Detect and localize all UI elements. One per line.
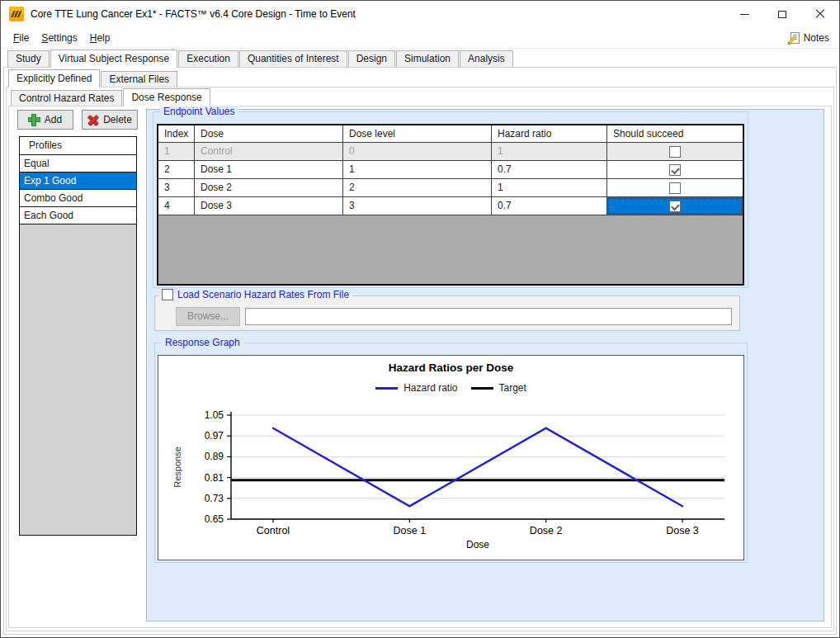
table-row: 2 Dose 1 1 0.7 [158, 161, 743, 179]
cell-should-succeed[interactable] [607, 179, 743, 196]
menu-file[interactable]: File [7, 29, 35, 47]
should-succeed-checkbox[interactable] [669, 201, 681, 212]
response-graph-group: Response Graph Hazard Ratios per Dose Ha… [154, 343, 748, 563]
title-bar[interactable]: Core TTE Lung Cancer Ex1* - FACTS™ v6.4 … [1, 1, 839, 27]
cell-index[interactable]: 4 [158, 197, 195, 215]
column-header-dose-level: Dose level [343, 125, 492, 142]
cell-index[interactable]: 2 [158, 161, 195, 178]
tab-control-hazard-rates[interactable]: Control Hazard Rates [11, 90, 122, 106]
response-chart: Hazard Ratios per Dose Hazard ratio Targ… [158, 355, 744, 560]
endpoint-values-table: Index Dose Dose level Hazard ratio Shoul… [157, 124, 744, 286]
main-tabstrip: Study Virtual Subject Response Execution… [7, 49, 514, 67]
dose-response-page: Add Delete Profiles Equal Exp 1 Good Com… [8, 106, 832, 628]
cell-dose-level[interactable]: 2 [343, 179, 492, 196]
maximize-button[interactable] [763, 1, 801, 27]
tab-virtual-subject-response[interactable]: Virtual Subject Response [50, 50, 178, 68]
tab-study[interactable]: Study [7, 50, 50, 67]
app-logo-icon [9, 7, 24, 21]
table-header-row: Index Dose Dose level Hazard ratio Shoul… [158, 125, 743, 143]
cell-index: 1 [158, 143, 195, 160]
delete-button-label: Delete [103, 114, 132, 125]
profile-item-each-good[interactable]: Each Good [20, 207, 136, 224]
browse-button: Browse... [176, 307, 240, 326]
profile-item-exp-1-good[interactable]: Exp 1 Good [20, 172, 136, 190]
response-tabstrip: Explicitly Defined External Files [8, 69, 178, 87]
profile-item-combo-good[interactable]: Combo Good [20, 190, 136, 207]
dose-response-panel: Endpoint Values Index Dose Dose level Ha… [146, 109, 824, 621]
app-window: Core TTE Lung Cancer Ex1* - FACTS™ v6.4 … [0, 0, 840, 638]
series [231, 428, 724, 507]
virtual-subject-response-page: Explicitly Defined External Files Contro… [3, 67, 837, 635]
add-button-label: Add [45, 114, 62, 125]
svg-text:0.97: 0.97 [205, 430, 224, 442]
maximize-icon [778, 11, 786, 18]
svg-text:1.05: 1.05 [205, 409, 224, 421]
load-scenario-checkbox[interactable] [162, 289, 173, 300]
should-succeed-checkbox[interactable] [669, 182, 681, 194]
notes-button[interactable]: Notes [782, 29, 834, 47]
window-controls [725, 1, 839, 27]
tab-design[interactable]: Design [348, 50, 395, 67]
svg-text:Dose 1: Dose 1 [394, 525, 427, 536]
close-icon [815, 9, 825, 19]
svg-text:Dose 2: Dose 2 [530, 525, 563, 536]
should-succeed-checkbox[interactable] [669, 164, 681, 176]
cell-dose-level[interactable]: 3 [343, 197, 492, 215]
cell-dose-level[interactable]: 1 [343, 161, 492, 178]
profiles-header: Profiles [20, 137, 136, 155]
cell-hazard-ratio[interactable]: 0.7 [492, 197, 607, 215]
plus-icon [29, 115, 40, 125]
delete-profile-button[interactable]: Delete [82, 110, 138, 130]
tab-quantities-of-interest[interactable]: Quantities of Interest [239, 50, 347, 67]
cell-dose[interactable]: Dose 2 [195, 179, 343, 196]
cell-should-succeed[interactable] [607, 143, 743, 160]
svg-text:Dose 3: Dose 3 [666, 525, 699, 536]
minimize-icon [740, 14, 749, 15]
menu-bar: File Settings Help Notes [1, 27, 839, 49]
tab-explicitly-defined[interactable]: Explicitly Defined [8, 69, 100, 87]
explicitly-defined-page: Control Hazard Rates Dose Response Add D… [6, 87, 834, 631]
column-header-index: Index [158, 125, 195, 142]
load-scenario-label: Load Scenario Hazard Rates From File [177, 289, 349, 300]
file-path-input[interactable] [245, 308, 732, 325]
table-row: 3 Dose 2 2 1 [158, 179, 743, 197]
profiles-listbox: Profiles Equal Exp 1 Good Combo Good Eac… [19, 136, 137, 536]
tab-dose-response[interactable]: Dose Response [123, 88, 210, 106]
close-button[interactable] [801, 1, 839, 27]
tab-simulation[interactable]: Simulation [396, 50, 459, 67]
table-row: 1 Control 0 1 [158, 143, 743, 161]
menu-settings[interactable]: Settings [35, 29, 83, 47]
cell-index[interactable]: 3 [158, 179, 195, 196]
endpoint-values-group: Endpoint Values Index Dose Dose level Ha… [153, 111, 748, 288]
cell-should-succeed[interactable] [607, 161, 743, 178]
minimize-button[interactable] [725, 1, 763, 27]
hazard-tabstrip: Control Hazard Rates Dose Response [11, 87, 211, 106]
add-profile-button[interactable]: Add [17, 110, 73, 130]
column-header-dose: Dose [195, 125, 343, 142]
svg-text:0.89: 0.89 [205, 451, 224, 462]
svg-text:Dose: Dose [466, 539, 489, 551]
should-succeed-checkbox[interactable] [669, 146, 681, 158]
tab-analysis[interactable]: Analysis [460, 50, 513, 67]
column-header-hazard-ratio: Hazard ratio [492, 125, 607, 142]
cell-should-succeed-selected[interactable] [607, 197, 743, 215]
notes-icon [787, 31, 800, 45]
cell-dose[interactable]: Dose 3 [195, 197, 343, 215]
delete-x-icon [87, 115, 98, 125]
table-row: 4 Dose 3 3 0.7 [158, 197, 743, 215]
profile-item-equal[interactable]: Equal [20, 155, 136, 172]
cell-hazard-ratio[interactable]: 1 [492, 179, 607, 196]
menu-help[interactable]: Help [84, 29, 116, 47]
svg-text:0.65: 0.65 [205, 513, 224, 525]
response-graph-label: Response Graph [162, 337, 243, 349]
load-scenario-group: Load Scenario Hazard Rates From File Bro… [154, 295, 740, 331]
tab-execution[interactable]: Execution [178, 50, 238, 67]
cell-hazard-ratio[interactable]: 0.7 [492, 161, 607, 178]
tab-external-files[interactable]: External Files [101, 71, 177, 87]
cell-dose[interactable]: Dose 1 [195, 161, 343, 178]
svg-text:Response: Response [172, 447, 182, 488]
response-plot: 0.650.730.810.890.971.05ControlDose 1Dos… [158, 356, 743, 560]
cell-dose: Control [195, 143, 343, 160]
column-header-should-succeed: Should succeed [607, 125, 743, 142]
load-scenario-label-row: Load Scenario Hazard Rates From File [158, 289, 352, 300]
